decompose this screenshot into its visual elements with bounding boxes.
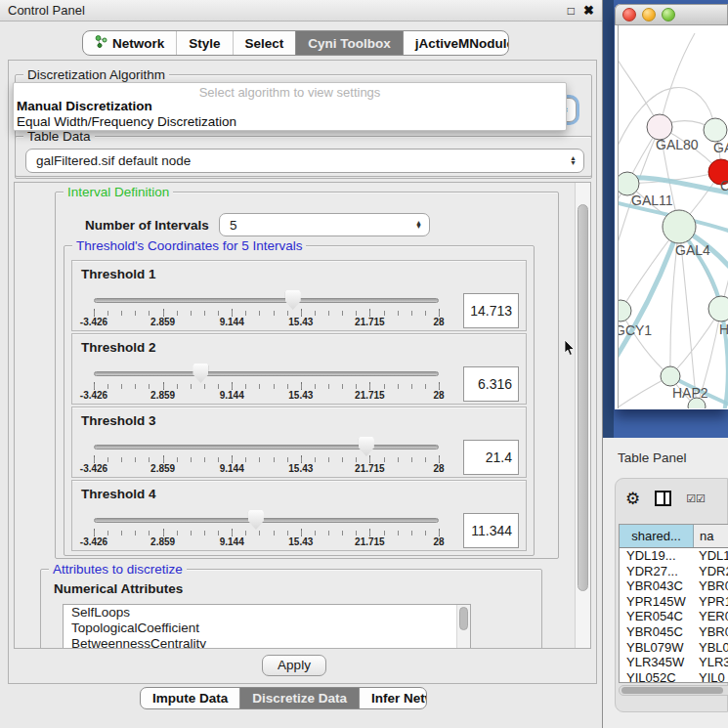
network-node[interactable] [704, 118, 727, 142]
tab-label: Style [189, 36, 220, 51]
threshold-value-field[interactable]: 21.4 [463, 440, 519, 475]
slider-thumb[interactable] [285, 290, 301, 310]
settings-scrollbar-thumb[interactable] [578, 204, 588, 591]
desktop-shadow-strip [603, 0, 614, 438]
tick-label: 9.144 [202, 463, 261, 474]
columns-icon[interactable] [655, 491, 671, 506]
table-body: YDL19...YDL1YDR27...YDR2YBR043CYBR0YPR14… [620, 548, 728, 683]
table-row[interactable]: YLR345WYLR3 [620, 655, 728, 670]
numerical-attributes-list[interactable]: SelfLoops TopologicalCoefficient Between… [63, 604, 471, 649]
table-row[interactable]: YBR043CYBR0 [620, 578, 728, 594]
group-title: Discretization Algorithm [23, 67, 169, 82]
slider-minor-ticks [94, 311, 440, 316]
slider-thumb[interactable] [248, 510, 264, 530]
table-data-group: Table Data galFiltered.sif default node … [15, 136, 592, 179]
table-row[interactable]: YER054CYER0 [620, 609, 728, 624]
network-node-label: H [719, 321, 728, 337]
table-row[interactable]: YDR27...YDR2 [620, 564, 728, 579]
tick-label: 15.43 [272, 463, 330, 474]
table-cell: YPR1 [694, 594, 728, 610]
tab-cyni-toolbox[interactable]: Cyni Toolbox [295, 31, 403, 55]
network-node-label: GAL11 [631, 193, 673, 208]
slider-track[interactable] [94, 298, 439, 303]
list-scrollbar-thumb[interactable] [459, 607, 468, 630]
minimize-traffic-icon[interactable] [642, 8, 656, 21]
table-data-combobox[interactable]: galFiltered.sif default node ▲▼ [25, 149, 584, 173]
tab-infer-network[interactable]: Infer Network [359, 688, 427, 708]
close-traffic-icon[interactable] [622, 8, 636, 21]
slider-thumb[interactable] [193, 364, 208, 383]
network-node[interactable] [661, 366, 680, 386]
float-window-icon[interactable]: □ [568, 5, 575, 17]
tab-impute-data[interactable]: Impute Data [141, 688, 239, 708]
numerical-attributes-label: Numerical Attributes [54, 581, 183, 596]
tab-select[interactable]: Select [233, 31, 296, 55]
table-toolbar: ⚙ ☑☑ [625, 488, 723, 509]
settings-vertical-scrollbar[interactable] [575, 183, 590, 648]
slider-track[interactable] [94, 445, 439, 450]
table-cell: YER054C [620, 609, 694, 624]
table-row[interactable]: YIL052CYIL0 [620, 670, 728, 683]
table-horizontal-scrollbar[interactable] [619, 685, 728, 696]
slider-thumb[interactable] [359, 437, 374, 456]
threshold-value-field[interactable]: 11.344 [463, 513, 519, 548]
tab-network[interactable]: Network [83, 31, 176, 55]
network-node-label: GA [713, 140, 728, 155]
table-cell: YBR045C [620, 624, 694, 640]
tick-label: 9.144 [202, 536, 261, 547]
control-panel-window: Control Panel □ ✖ Network Style Select C… [0, 0, 603, 728]
tab-label: jActiveMNodules [415, 36, 509, 51]
list-item[interactable]: BetweennessCentrality [64, 636, 470, 649]
network-view-window[interactable]: GAL80GACGAL11GAL4GCY1HHAP2 [615, 4, 728, 409]
table-panel-body: ⚙ ☑☑ shared... na YDL19...YDL1YDR27...YD… [615, 478, 728, 712]
slider-track[interactable] [94, 371, 439, 376]
control-panel-title: Control Panel [8, 3, 559, 18]
tab-jactivemnodules[interactable]: jActiveMNodules [403, 31, 509, 55]
tick-label: 28 [409, 463, 468, 474]
table-cell: YBL079W [620, 640, 694, 656]
tick-label: 21.715 [340, 536, 399, 547]
network-window-titlebar[interactable] [615, 4, 728, 25]
close-icon[interactable]: ✖ [583, 4, 594, 17]
algorithm-dropdown-popup: Select algorithm to view settings Manual… [13, 82, 567, 131]
column-header-shared-name[interactable]: shared... [620, 525, 694, 547]
network-node[interactable] [708, 296, 728, 321]
table-panel: Table Panel ⚙ ☑☑ shared... na YDL19...YD… [603, 438, 728, 728]
list-scrollbar[interactable] [456, 605, 470, 649]
threshold-label: Threshold 2 [81, 340, 156, 355]
network-canvas[interactable]: GAL80GACGAL11GAL4GCY1HHAP2 [618, 25, 728, 408]
dropdown-option-manual[interactable]: Manual Discretization [14, 99, 566, 114]
table-row[interactable]: YDL19...YDL1 [620, 548, 728, 564]
threshold-panel-1: Threshold 1 -3.426 2.859 9.144 15.43 21.… [71, 260, 527, 331]
tab-label: Infer Network [371, 691, 427, 706]
table-row[interactable]: YPR145WYPR1 [620, 594, 728, 610]
list-item[interactable]: TopologicalCoefficient [64, 621, 470, 636]
bottom-tabbar: Impute Data Discretize Data Infer Networ… [140, 687, 427, 709]
interval-definition-group: Interval Definition Number of Intervals … [55, 192, 559, 559]
network-node-label: C [720, 178, 728, 193]
zoom-traffic-icon[interactable] [662, 8, 675, 21]
column-header-name[interactable]: na [694, 525, 728, 547]
tick-label: 28 [409, 536, 468, 547]
threshold-value-field[interactable]: 6.316 [463, 366, 519, 402]
tab-label: Discretize Data [252, 691, 347, 706]
gear-icon[interactable]: ⚙ [625, 491, 640, 507]
control-panel-titlebar[interactable]: Control Panel □ ✖ [0, 0, 602, 21]
apply-button[interactable]: Apply [262, 655, 326, 676]
table-row[interactable]: YBL079WYBL0 [620, 640, 728, 656]
table-row[interactable]: YBR045CYBR0 [620, 624, 728, 640]
slider-track[interactable] [94, 518, 439, 523]
num-intervals-label: Number of Intervals [85, 218, 209, 233]
network-node[interactable] [663, 210, 696, 243]
table-scrollbar-thumb[interactable] [621, 687, 723, 694]
tab-style[interactable]: Style [176, 31, 232, 55]
list-item[interactable]: SelfLoops [64, 605, 470, 621]
tab-discretize-data[interactable]: Discretize Data [239, 688, 359, 708]
threshold-value-field[interactable]: 14.713 [463, 293, 519, 328]
dropdown-option-equal-width[interactable]: Equal Width/Frequency Discretization [14, 114, 566, 130]
num-intervals-spinner[interactable]: 5 ▲▼ [219, 213, 430, 236]
slider-minor-ticks [94, 384, 440, 389]
checkboxes-icon[interactable]: ☑☑ [686, 492, 706, 505]
table-cell: YIL0 [694, 670, 728, 683]
network-node[interactable] [619, 300, 631, 321]
